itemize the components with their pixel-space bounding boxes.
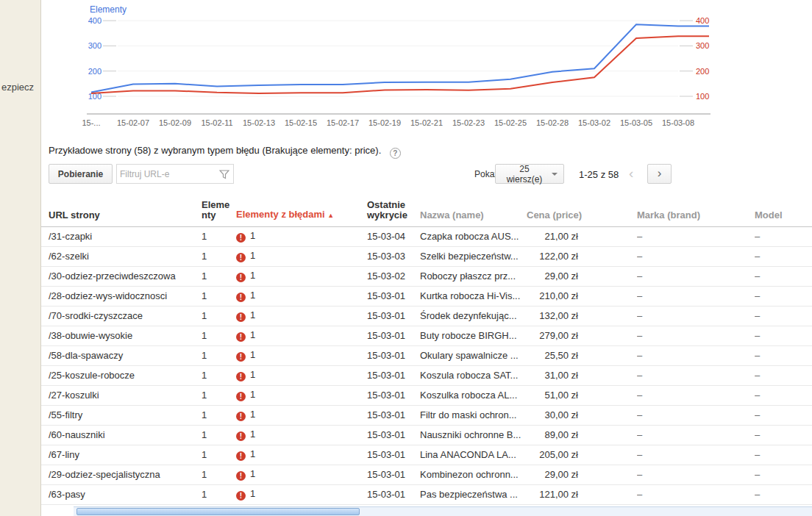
cell-price: 132,00 zł xyxy=(527,306,637,326)
cell-name: Koszula robocza SAT... xyxy=(420,365,527,385)
table-row[interactable]: /29-odziez-specjalistyczna 1 !1 15-03-01… xyxy=(41,465,812,484)
cell-model: – xyxy=(755,365,812,385)
table-row[interactable]: /63-pasy 1 !1 15-03-01 Pas bezpieczeństw… xyxy=(41,484,812,504)
section-title: Przykładowe strony (58) z wybranym typem… xyxy=(49,145,401,159)
cell-last-detected: 15-03-01 xyxy=(367,425,420,445)
table-row[interactable]: /62-szelki 1 !1 15-03-03 Szelki bezpiecz… xyxy=(41,246,812,266)
cell-url[interactable]: /70-srodki-czyszczace xyxy=(41,306,202,326)
cell-model: – xyxy=(755,266,812,286)
cell-model: – xyxy=(755,445,812,465)
cell-price: 89,00 zł xyxy=(527,425,637,445)
prev-page-button[interactable]: ‹ xyxy=(629,165,633,182)
cell-url[interactable]: /67-liny xyxy=(41,445,202,465)
error-count: 1 xyxy=(250,488,255,499)
header-url[interactable]: URL strony xyxy=(41,191,202,226)
cell-url[interactable]: /30-odziez-przeciwdeszczowa xyxy=(41,266,202,286)
cell-name: Filtr do maski ochron... xyxy=(420,405,527,425)
cell-url[interactable]: /28-odziez-wys-widocznosci xyxy=(41,286,202,306)
header-last-detected[interactable]: Ostatnie wykrycie xyxy=(367,191,420,226)
table-row[interactable]: /30-odziez-przeciwdeszczowa 1 !1 15-03-0… xyxy=(41,266,812,286)
cell-model: – xyxy=(755,465,812,484)
cell-last-detected: 15-03-02 xyxy=(367,266,420,286)
error-count: 1 xyxy=(250,468,255,479)
section-title-text: Przykładowe strony (58) z wybranym typem… xyxy=(49,145,381,156)
error-count: 1 xyxy=(250,448,255,459)
cell-name: Lina ANACONDA LA... xyxy=(420,445,527,465)
cell-errors: !1 xyxy=(236,266,367,286)
help-icon[interactable]: ? xyxy=(390,148,401,159)
header-elements[interactable]: Elementy xyxy=(202,191,236,226)
cell-url[interactable]: /62-szelki xyxy=(41,246,202,266)
table-row[interactable]: /28-odziez-wys-widocznosci 1 !1 15-03-01… xyxy=(41,286,812,306)
left-axis-label: 200 xyxy=(88,67,102,76)
horizontal-scrollbar-thumb[interactable] xyxy=(76,508,360,515)
cell-last-detected: 15-03-01 xyxy=(367,405,420,425)
cell-url[interactable]: /27-koszulki xyxy=(41,385,202,405)
header-errors[interactable]: Elementy z błędami ▲ xyxy=(236,191,367,226)
header-price[interactable]: Cena (price) xyxy=(527,191,637,226)
cell-brand: – xyxy=(637,286,755,306)
error-count: 1 xyxy=(250,230,255,241)
next-page-button[interactable]: › xyxy=(647,164,672,184)
cell-url[interactable]: /63-pasy xyxy=(41,484,202,504)
cell-url[interactable]: /25-koszule-robocze xyxy=(41,365,202,385)
table-row[interactable]: /25-koszule-robocze 1 !1 15-03-01 Koszul… xyxy=(41,365,812,385)
error-icon: ! xyxy=(236,312,246,322)
horizontal-scrollbar[interactable] xyxy=(74,506,812,516)
cell-last-detected: 15-03-01 xyxy=(367,345,420,365)
pagination-range: 1-25 z 58 xyxy=(579,169,619,180)
chevron-down-icon xyxy=(552,173,558,176)
cell-errors: !1 xyxy=(236,365,367,385)
cell-elements: 1 xyxy=(202,306,236,326)
cell-price: 29,00 zł xyxy=(527,465,637,484)
table-row[interactable]: /31-czapki 1 !1 15-03-04 Czapka robocza … xyxy=(41,226,812,246)
error-icon: ! xyxy=(236,412,246,421)
error-icon: ! xyxy=(236,352,246,362)
error-count: 1 xyxy=(250,250,255,261)
cell-brand: – xyxy=(637,266,755,286)
cell-url[interactable]: /38-obuwie-wysokie xyxy=(41,326,202,345)
error-count: 1 xyxy=(250,270,255,281)
cell-elements: 1 xyxy=(202,226,236,246)
right-axis-label: 400 xyxy=(696,16,709,25)
download-button[interactable]: Pobieranie xyxy=(49,164,113,184)
table-row[interactable]: /58-dla-spawaczy 1 !1 15-03-01 Okulary s… xyxy=(41,345,812,365)
cell-url[interactable]: /29-odziez-specjalistyczna xyxy=(41,465,202,484)
table-row[interactable]: /60-nauszniki 1 !1 15-03-01 Nauszniki oc… xyxy=(41,425,812,445)
sidebar-item-partial[interactable]: ezpiecz xyxy=(1,82,34,93)
cell-errors: !1 xyxy=(236,425,367,445)
cell-name: Czapka robocza AUS... xyxy=(420,226,527,246)
cell-elements: 1 xyxy=(202,286,236,306)
cell-elements: 1 xyxy=(202,465,236,484)
table-row[interactable]: /67-liny 1 !1 15-03-01 Lina ANACONDA LA.… xyxy=(41,445,812,465)
x-axis-tick-label: 15-02-07 xyxy=(117,118,149,127)
page-size-dropdown[interactable]: 25 wiersz(e) xyxy=(495,164,564,184)
cell-price: 21,00 zł xyxy=(527,226,637,246)
table-row[interactable]: /38-obuwie-wysokie 1 !1 15-03-01 Buty ro… xyxy=(41,326,812,345)
table-row[interactable]: /70-srodki-czyszczace 1 !1 15-03-01 Środ… xyxy=(41,306,812,326)
cell-last-detected: 15-03-01 xyxy=(367,286,420,306)
cell-brand: – xyxy=(637,226,755,246)
header-brand[interactable]: Marka (brand) xyxy=(637,191,755,226)
cell-name: Koszulka robocza AL... xyxy=(420,385,527,405)
table-row[interactable]: /27-koszulki 1 !1 15-03-01 Koszulka robo… xyxy=(41,385,812,405)
header-name[interactable]: Nazwa (name) xyxy=(420,191,527,226)
error-count: 1 xyxy=(250,429,255,440)
cell-elements: 1 xyxy=(202,326,236,345)
filter-url-input[interactable] xyxy=(120,165,218,182)
header-model[interactable]: Model xyxy=(755,191,812,226)
table-row[interactable]: /55-filtry 1 !1 15-03-01 Filtr do maski … xyxy=(41,405,812,425)
cell-errors: !1 xyxy=(236,326,367,345)
cell-url[interactable]: /31-czapki xyxy=(41,226,202,246)
filter-url-box xyxy=(116,164,234,184)
error-icon: ! xyxy=(236,332,246,342)
cell-elements: 1 xyxy=(202,365,236,385)
trend-chart: Elementy 100100200200300300400400 15-...… xyxy=(85,9,725,132)
cell-name: Roboczy płaszcz prz... xyxy=(420,266,527,286)
cell-url[interactable]: /55-filtry xyxy=(41,405,202,425)
cell-brand: – xyxy=(637,484,755,504)
x-axis-tick-label: 15-03-02 xyxy=(578,118,610,127)
filter-funnel-icon xyxy=(219,170,229,179)
cell-url[interactable]: /60-nauszniki xyxy=(41,425,202,445)
cell-url[interactable]: /58-dla-spawaczy xyxy=(41,345,202,365)
